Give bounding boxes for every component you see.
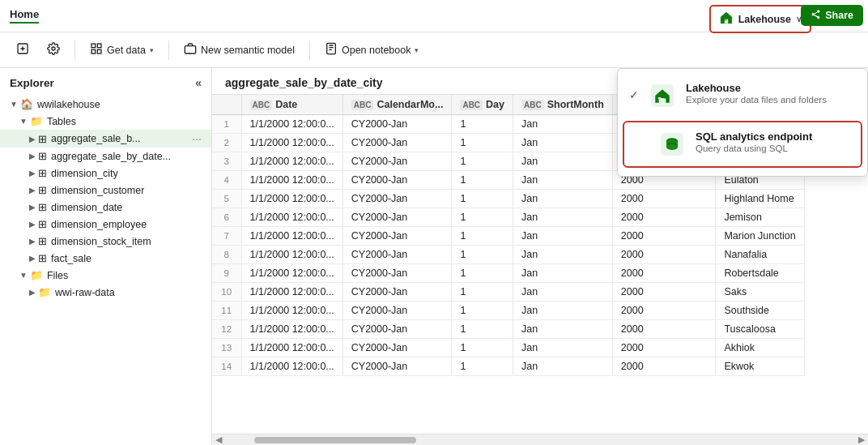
table-cell: 12 bbox=[212, 320, 241, 339]
table-cell: CY2000-Jan bbox=[343, 190, 452, 208]
semantic-model-icon bbox=[184, 42, 197, 58]
chevron-right-icon-2: ▶ bbox=[29, 152, 36, 160]
table-row: 81/1/2000 12:00:0...CY2000-Jan1Jan2000Na… bbox=[212, 246, 804, 264]
calmo-type-badge: ABC bbox=[351, 100, 374, 110]
dropdown-item-sql[interactable]: SQL analytics endpoint Query data using … bbox=[624, 122, 861, 166]
col-header-day: ABCDay bbox=[452, 95, 513, 115]
table-row: 141/1/2000 12:00:0...CY2000-Jan1Jan2000E… bbox=[212, 357, 804, 376]
sidebar-item-dimension-employee[interactable]: ▶ ⊞ dimension_employee bbox=[0, 216, 211, 233]
dropdown-highlighted-wrapper: SQL analytics endpoint Query data using … bbox=[623, 121, 862, 168]
table-cell: 2000 bbox=[612, 320, 716, 339]
table-cell: 1 bbox=[452, 264, 513, 283]
sidebar-item-aggregate-sale-b[interactable]: ▶ ⊞ aggregate_sale_b... ··· bbox=[0, 130, 211, 148]
table-cell: CY2000-Jan bbox=[343, 208, 452, 227]
new-semantic-model-button[interactable]: New semantic model bbox=[177, 38, 301, 62]
new-item-icon bbox=[16, 42, 29, 58]
tables-label: Tables bbox=[47, 116, 76, 127]
table-cell: Jan bbox=[513, 246, 613, 264]
table-cell: CY2000-Jan bbox=[343, 302, 452, 320]
table-icon: ⊞ bbox=[38, 133, 47, 145]
table-cell: CY2000-Jan bbox=[343, 339, 452, 357]
collapse-sidebar-button[interactable]: « bbox=[195, 76, 202, 89]
lakehouse-button[interactable]: Lakehouse ∨ bbox=[709, 5, 811, 33]
svg-point-2 bbox=[52, 47, 55, 50]
scroll-left-icon[interactable]: ◀ bbox=[215, 434, 222, 445]
open-notebook-label: Open notebook bbox=[342, 45, 411, 56]
settings-button[interactable] bbox=[40, 38, 66, 62]
sidebar-item-aggregate-sale-by-date[interactable]: ▶ ⊞ aggregate_sale_by_date... bbox=[0, 148, 211, 165]
scrollbar-thumb[interactable] bbox=[254, 437, 416, 443]
get-data-button[interactable]: Get data ▾ bbox=[83, 38, 160, 62]
tree-area: ▼ 🏠 wwilakehouse ▼ 📁 Tables ▶ ⊞ aggregat… bbox=[0, 94, 211, 445]
table-cell: 1/1/2000 12:00:0... bbox=[241, 339, 343, 357]
explorer-title: Explorer bbox=[10, 77, 54, 89]
table-cell: Jan bbox=[513, 302, 613, 320]
table-cell: 1/1/2000 12:00:0... bbox=[241, 264, 343, 283]
table-label: aggregate_sale_b... bbox=[51, 133, 141, 144]
toolbar-separator-2 bbox=[168, 41, 169, 60]
table-icon-2: ⊞ bbox=[38, 150, 47, 162]
table-cell: 1/1/2000 12:00:0... bbox=[241, 134, 343, 152]
main-layout: Explorer « ▼ 🏠 wwilakehouse ▼ 📁 Tables ▶… bbox=[0, 68, 868, 445]
table-cell: Highland Home bbox=[716, 190, 804, 208]
chevron-right-icon-5: ▶ bbox=[29, 203, 36, 212]
table-cell: 1 bbox=[212, 115, 241, 134]
sidebar-item-fact-sale[interactable]: ▶ ⊞ fact_sale bbox=[0, 250, 211, 267]
table-cell: Tuscaloosa bbox=[716, 320, 804, 339]
get-data-chevron-icon: ▾ bbox=[150, 46, 154, 54]
table-cell: CY2000-Jan bbox=[343, 134, 452, 152]
table-cell: 1/1/2000 12:00:0... bbox=[241, 190, 343, 208]
table-row: 91/1/2000 12:00:0...CY2000-Jan1Jan2000Ro… bbox=[212, 264, 804, 283]
table-cell: Akhiok bbox=[716, 339, 804, 357]
toolbar-separator-3 bbox=[309, 41, 310, 60]
sidebar-item-dimension-stock-item[interactable]: ▶ ⊞ dimension_stock_item bbox=[0, 233, 211, 250]
svg-rect-6 bbox=[91, 49, 96, 53]
dropdown-item-lakehouse[interactable]: ✓ Lakehouse Explore your data files and … bbox=[618, 74, 867, 118]
table-cell: CY2000-Jan bbox=[343, 152, 452, 171]
tree-root-item[interactable]: ▼ 🏠 wwilakehouse bbox=[0, 96, 211, 113]
col-header-shortmonth: ABCShortMonth bbox=[513, 95, 613, 115]
table-cell: Jan bbox=[513, 320, 613, 339]
day-type-badge: ABC bbox=[460, 100, 483, 110]
table-row: 121/1/2000 12:00:0...CY2000-Jan1Jan2000T… bbox=[212, 320, 804, 339]
sidebar-item-dimension-customer[interactable]: ▶ ⊞ dimension_customer bbox=[0, 182, 211, 199]
horizontal-scrollbar[interactable]: ◀ ▶ bbox=[212, 434, 868, 445]
table-cell: 13 bbox=[212, 339, 241, 357]
scroll-right-icon[interactable]: ▶ bbox=[858, 434, 865, 445]
table-icon-4: ⊞ bbox=[38, 184, 47, 196]
table-row: 71/1/2000 12:00:0...CY2000-Jan1Jan2000Ma… bbox=[212, 227, 804, 246]
row-number-header bbox=[212, 95, 241, 115]
get-data-label: Get data bbox=[107, 45, 146, 56]
svg-rect-4 bbox=[97, 44, 101, 48]
table-cell: Jan bbox=[513, 339, 613, 357]
table-cell: Marion Junction bbox=[716, 227, 804, 246]
sidebar-item-dimension-city[interactable]: ▶ ⊞ dimension_city bbox=[0, 165, 211, 182]
table-cell: 1 bbox=[452, 152, 513, 171]
new-item-button[interactable] bbox=[10, 38, 36, 62]
chevron-right-icon-8: ▶ bbox=[29, 254, 36, 263]
col-header-date: ABCDate bbox=[241, 95, 343, 115]
shortmonth-type-badge: ABC bbox=[521, 100, 544, 110]
share-button[interactable]: Share bbox=[801, 5, 863, 26]
sidebar-item-wwi-raw-data[interactable]: ▶ 📁 wwi-raw-data bbox=[0, 284, 211, 301]
table-row: 131/1/2000 12:00:0...CY2000-Jan1Jan2000A… bbox=[212, 339, 804, 357]
table-cell: Jan bbox=[513, 264, 613, 283]
open-notebook-button[interactable]: Open notebook ▾ bbox=[318, 38, 426, 62]
lakehouse-dropdown-icon bbox=[649, 82, 676, 109]
sidebar-item-dimension-date[interactable]: ▶ ⊞ dimension_date bbox=[0, 199, 211, 216]
table-row: 61/1/2000 12:00:0...CY2000-Jan1Jan2000Je… bbox=[212, 208, 804, 227]
files-label: Files bbox=[47, 270, 68, 281]
chevron-right-icon-files: ▶ bbox=[29, 288, 36, 297]
table-row: 101/1/2000 12:00:0...CY2000-Jan1Jan2000S… bbox=[212, 283, 804, 302]
table-row: 111/1/2000 12:00:0...CY2000-Jan1Jan2000S… bbox=[212, 302, 804, 320]
home-tab[interactable]: Home bbox=[10, 8, 39, 24]
table-cell: CY2000-Jan bbox=[343, 246, 452, 264]
table-cell: 1/1/2000 12:00:0... bbox=[241, 152, 343, 171]
table-cell: 10 bbox=[212, 283, 241, 302]
svg-rect-3 bbox=[91, 44, 96, 48]
tree-files-item[interactable]: ▼ 📁 Files bbox=[0, 267, 211, 284]
table-cell: Jan bbox=[513, 171, 613, 190]
tree-tables-item[interactable]: ▼ 📁 Tables bbox=[0, 113, 211, 130]
more-options-icon[interactable]: ··· bbox=[192, 132, 205, 145]
sql-dropdown-icon bbox=[658, 131, 686, 158]
